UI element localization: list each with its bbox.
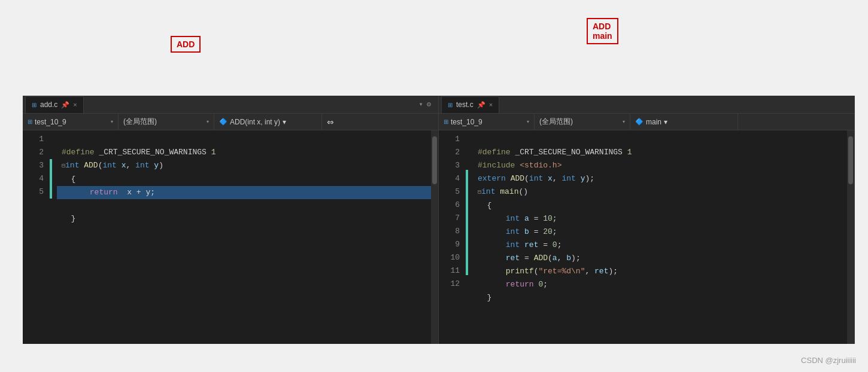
right-scope-text: (全局范围) [539, 117, 573, 127]
right-project-name: test_10_9 [451, 118, 482, 126]
right-func-text: main [646, 118, 661, 126]
right-code-content[interactable]: #define _CRT_SECURE_NO_WARNINGS 1 #inclu… [473, 130, 847, 344]
left-scope-text: (全局范围) [123, 117, 157, 127]
left-line-3: { [62, 175, 75, 184]
left-line-1: #define _CRT_SECURE_NO_WARNINGS 1 [62, 148, 216, 157]
right-editor-panel: ⊞ test.c 📌 × ⊞ test_10_9 ▾ (全局范围) ▾ 🔷 ma… [439, 96, 855, 344]
left-tab-name: add.c [40, 100, 57, 109]
right-func-icon: 🔷 [635, 118, 644, 126]
left-split-button[interactable]: ⇔ [322, 114, 339, 130]
left-func-icon: 🔷 [219, 118, 227, 126]
annotation-main-text: main [593, 31, 612, 41]
left-line-4: return x + y; [57, 186, 431, 199]
right-line-2: #include <stdio.h> [478, 161, 562, 170]
right-margin-indicator [466, 170, 468, 275]
right-line-3: extern ADD(int x, int y); [478, 174, 594, 183]
left-line-margin [50, 130, 57, 344]
left-project-chevron: ▾ [111, 119, 113, 124]
left-tab-bar: ⊞ add.c 📌 × ▾ ⚙ [23, 96, 438, 114]
left-editor-panel: ⊞ add.c 📌 × ▾ ⚙ ⊞ test_10_9 ▾ (全局范围) ▾ [23, 96, 439, 344]
right-line-10: printf("ret=%d\n", ret); [478, 267, 618, 276]
right-toolbar-scope[interactable]: (全局范围) ▾ [535, 114, 630, 130]
left-toolbar-scope[interactable]: (全局范围) ▾ [119, 114, 214, 130]
right-line-margin [466, 130, 473, 344]
left-scrollbar-thumb [432, 136, 437, 184]
left-toolbar-project[interactable]: ⊞ test_10_9 ▾ [23, 114, 119, 130]
left-func-chevron: ▾ [283, 118, 286, 126]
right-line-11: return 0; [478, 280, 548, 289]
right-project-icon: ⊞ [444, 118, 448, 125]
left-tab-settings-icon[interactable]: ⚙ [427, 100, 431, 109]
right-code-area: 1 2 3 4 5 6 7 8 9 10 11 12 #define _CRT_… [439, 130, 854, 344]
right-line-8: int ret = 0; [478, 240, 562, 249]
left-tab-icon: ⊞ [32, 102, 37, 108]
right-line-5: { [478, 201, 491, 210]
left-code-content[interactable]: #define _CRT_SECURE_NO_WARNINGS 1 ⊟int A… [57, 130, 431, 344]
left-scrollbar[interactable] [431, 130, 438, 344]
right-toolbar: ⊞ test_10_9 ▾ (全局范围) ▾ 🔷 main ▾ [439, 114, 854, 130]
left-project-icon: ⊞ [28, 118, 32, 125]
ide-container: ⊞ add.c 📌 × ▾ ⚙ ⊞ test_10_9 ▾ (全局范围) ▾ [23, 96, 855, 344]
annotation-add-left: ADD [171, 36, 201, 53]
left-func-text: ADD(int x, int y) [230, 118, 280, 126]
left-line-2: ⊟int ADD(int x, int y) [62, 161, 163, 170]
left-scope-chevron: ▾ [207, 119, 209, 124]
right-line-4: ⊟int main() [478, 187, 528, 196]
right-tab-testc[interactable]: ⊞ test.c 📌 × [441, 96, 499, 113]
watermark: CSDN @zjruiiiiii [801, 356, 856, 365]
left-code-area: 1 2 3 4 5 #define _CRT_SECURE_NO_WARNING… [23, 130, 438, 344]
left-margin-indicator [50, 159, 52, 199]
left-line-numbers: 1 2 3 4 5 [23, 130, 50, 344]
right-tab-name: test.c [456, 100, 474, 109]
right-line-9: ret = ADD(a, b); [478, 254, 581, 263]
right-line-6: int a = 10; [478, 214, 557, 223]
right-line-numbers: 1 2 3 4 5 6 7 8 9 10 11 12 [439, 130, 466, 344]
left-project-name: test_10_9 [35, 118, 66, 126]
right-line-1: #define _CRT_SECURE_NO_WARNINGS 1 [478, 148, 632, 157]
left-toolbar: ⊞ test_10_9 ▾ (全局范围) ▾ 🔷 ADD(int x, int … [23, 114, 438, 130]
right-tab-close[interactable]: × [489, 101, 493, 108]
left-line-5: } [62, 214, 75, 223]
right-project-chevron: ▾ [527, 119, 529, 124]
right-tab-pin-icon: 📌 [477, 101, 485, 109]
left-toolbar-func[interactable]: 🔷 ADD(int x, int y) ▾ [214, 114, 322, 130]
right-line-7: int b = 20; [478, 227, 557, 236]
right-toolbar-project[interactable]: ⊞ test_10_9 ▾ [439, 114, 535, 130]
left-tab-addc[interactable]: ⊞ add.c 📌 × [25, 96, 84, 113]
left-tab-dropdown-icon[interactable]: ▾ [419, 100, 423, 109]
annotation-add-text: ADD [593, 22, 611, 31]
left-tab-pin-icon: 📌 [61, 101, 69, 109]
annotation-add-main: ADD main [587, 18, 618, 44]
right-func-chevron: ▾ [664, 118, 667, 126]
left-tab-actions: ▾ ⚙ [414, 100, 436, 109]
right-toolbar-func[interactable]: 🔷 main ▾ [630, 114, 738, 130]
right-scrollbar[interactable] [847, 130, 854, 344]
right-scope-chevron: ▾ [623, 119, 625, 124]
right-line-12: } [478, 293, 491, 302]
left-tab-close[interactable]: × [73, 101, 77, 108]
right-tab-icon: ⊞ [448, 102, 453, 108]
right-tab-bar: ⊞ test.c 📌 × [439, 96, 854, 114]
right-scrollbar-thumb [848, 136, 853, 184]
